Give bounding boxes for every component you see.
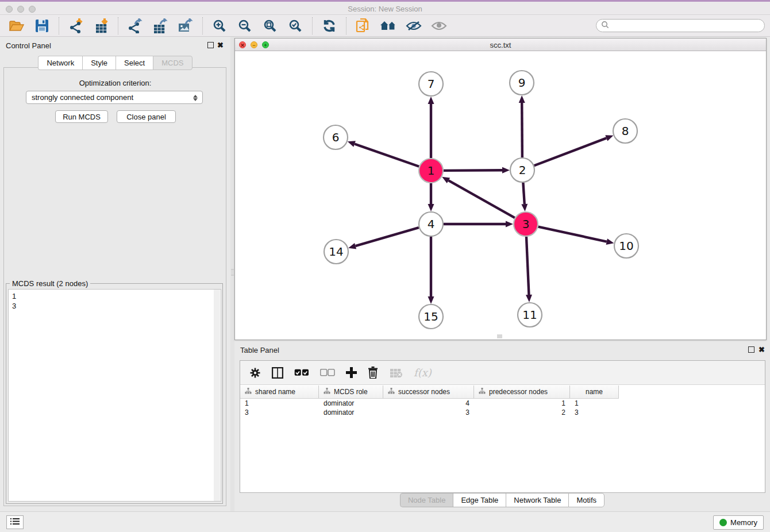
edge-3-1[interactable] [448, 180, 514, 218]
import-table-icon[interactable] [93, 17, 110, 34]
tab-edge-table[interactable]: Edge Table [453, 493, 506, 507]
optimization-criterion-select[interactable]: strongly connected component [26, 91, 203, 104]
tab-network-table[interactable]: Network Table [506, 493, 568, 507]
export-network-icon[interactable] [126, 17, 144, 34]
memory-button[interactable]: Memory [713, 515, 764, 530]
result-scrollbar[interactable] [214, 290, 220, 501]
mcds-result-textarea[interactable]: 1 3 [8, 289, 221, 502]
tab-motifs[interactable]: Motifs [568, 493, 605, 507]
delete-table-icon [389, 364, 403, 381]
select-stepper-icon [192, 93, 199, 102]
open-session-icon[interactable] [8, 17, 25, 34]
add-row-icon[interactable] [346, 364, 357, 381]
zoom-fit-icon[interactable] [261, 17, 279, 34]
column-label: shared name [255, 388, 295, 396]
table-tabs: Node TableEdge TableNetwork TableMotifs [234, 493, 770, 507]
control-panel-header: Control Panel ✖ [0, 37, 230, 54]
search-field[interactable] [596, 19, 765, 32]
task-history-button[interactable] [6, 515, 24, 529]
zoom-out-icon[interactable] [236, 17, 253, 34]
run-mcds-button[interactable]: Run MCDS [55, 110, 108, 123]
table-cell[interactable]: 1 [570, 399, 619, 408]
table-cell[interactable]: 3 [240, 408, 319, 418]
column-header-predecessor-nodes[interactable]: predecessor nodes [474, 385, 570, 398]
close-panel-button[interactable]: Close panel [117, 110, 176, 123]
table-cell[interactable]: 2 [474, 408, 570, 418]
edge-arrow-2-8 [605, 135, 613, 141]
edge-arrow-4-14 [348, 243, 356, 249]
edge-2-8[interactable] [534, 138, 607, 165]
import-network-icon[interactable] [67, 17, 84, 34]
tab-mcds[interactable]: MCDS [153, 56, 192, 70]
control-panel-title: Control Panel [6, 41, 51, 50]
edge-1-2[interactable] [444, 170, 502, 171]
column-header-name[interactable]: name [570, 385, 619, 398]
search-icon [601, 21, 609, 31]
table-row[interactable]: 3dominator323 [240, 408, 765, 418]
table-cell[interactable]: 3 [570, 408, 619, 418]
column-header-MCDS-role[interactable]: MCDS role [319, 385, 383, 398]
table-cell[interactable]: dominator [319, 408, 383, 418]
table-cell[interactable]: dominator [319, 399, 383, 408]
zoom-selected-icon[interactable] [287, 17, 304, 34]
node-label-9: 9 [518, 76, 526, 90]
network-canvas[interactable]: 7968124314101511 [235, 51, 766, 340]
home-view-icon[interactable] [380, 17, 397, 34]
clone-network-icon[interactable] [355, 17, 372, 34]
export-image-icon[interactable] [177, 17, 194, 34]
save-session-icon[interactable] [33, 17, 51, 34]
search-input[interactable] [609, 22, 764, 30]
canvas-scroll-handle[interactable] [497, 334, 502, 338]
zoom-in-icon[interactable] [211, 17, 228, 34]
table-cell[interactable]: 1 [240, 399, 319, 408]
edge-2-9[interactable] [522, 103, 522, 157]
trash-icon[interactable] [368, 364, 378, 381]
column-header-shared-name[interactable]: shared name [240, 385, 319, 398]
edge-arrow-1-2 [502, 167, 510, 174]
table-cell[interactable]: 4 [383, 399, 474, 408]
edge-1-6[interactable] [355, 144, 419, 167]
network-view-window: ✕ − + scc.txt 7968124314101511 [234, 38, 767, 340]
edge-arrow-1-4 [428, 204, 434, 211]
tree-icon [388, 388, 395, 396]
export-table-icon[interactable] [152, 17, 169, 34]
mcds-result-group: MCDS result (2 nodes) 1 3 [6, 283, 223, 504]
table-cell[interactable]: 1 [474, 399, 570, 408]
node-label-3: 3 [522, 217, 530, 231]
check-all-icon[interactable] [294, 364, 309, 381]
splitter-handle[interactable] [231, 269, 234, 276]
network-graph[interactable]: 7968124314101511 [235, 51, 766, 340]
select-value: strongly connected component [32, 93, 133, 102]
memory-label: Memory [730, 518, 757, 527]
tab-select[interactable]: Select [116, 56, 153, 70]
tab-style[interactable]: Style [82, 56, 116, 70]
tab-node-table[interactable]: Node Table [400, 493, 453, 507]
column-label: name [586, 388, 603, 396]
columns-icon[interactable] [272, 364, 283, 381]
edge-2-3[interactable] [523, 183, 524, 204]
table-header-row: shared nameMCDS rolesuccessor nodesprede… [240, 385, 619, 399]
float-panel-icon[interactable] [207, 42, 214, 48]
app-title: Session: New Session [0, 5, 770, 13]
edge-4-14[interactable] [356, 228, 419, 246]
hide-eye-icon[interactable] [405, 17, 422, 34]
show-eye-icon[interactable] [430, 17, 448, 34]
close-panel-icon[interactable]: ✖ [217, 41, 224, 49]
refresh-icon[interactable] [321, 17, 338, 34]
node-label-11: 11 [522, 308, 537, 322]
close-table-panel-icon[interactable]: ✖ [759, 345, 765, 354]
float-table-panel-icon[interactable] [748, 346, 754, 353]
column-header-successor-nodes[interactable]: successor nodes [383, 385, 474, 398]
network-window-titlebar[interactable]: ✕ − + scc.txt [235, 38, 766, 51]
edge-3-10[interactable] [538, 227, 606, 242]
tab-network[interactable]: Network [38, 56, 82, 70]
edge-3-11[interactable] [526, 237, 529, 295]
uncheck-all-icon[interactable] [320, 364, 335, 381]
panel-splitter[interactable] [230, 37, 234, 511]
node-label-6: 6 [332, 130, 340, 144]
gear-icon[interactable] [249, 364, 261, 381]
table-row[interactable]: 1dominator411 [240, 399, 765, 408]
table-cell[interactable]: 3 [383, 408, 474, 418]
edge-arrow-1-6 [348, 141, 356, 147]
edge-arrow-4-3 [506, 221, 513, 228]
